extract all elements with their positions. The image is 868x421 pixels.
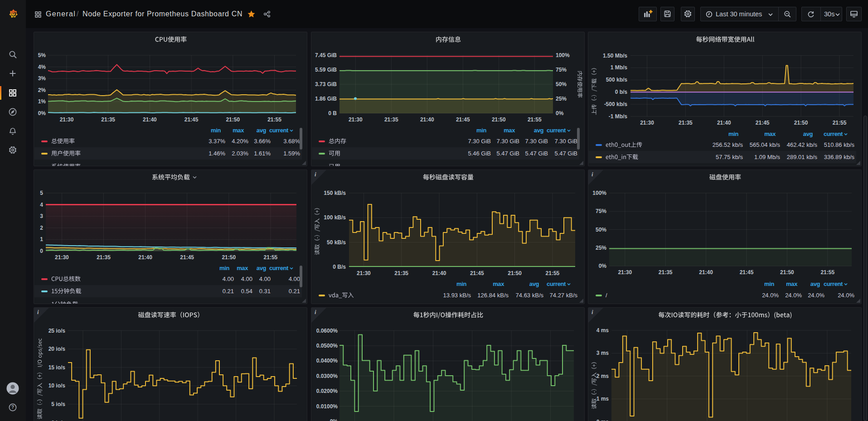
svg-text:100%: 100% xyxy=(556,52,570,58)
svg-text:2: 2 xyxy=(40,225,43,231)
svg-text:3.73 GiB: 3.73 GiB xyxy=(315,81,337,87)
svg-text:21:30: 21:30 xyxy=(357,270,371,276)
svg-text:2%: 2% xyxy=(38,87,46,93)
svg-text:21:55: 21:55 xyxy=(264,254,278,261)
svg-text:?: ? xyxy=(11,404,14,410)
svg-text:-500 kb/s: -500 kb/s xyxy=(604,101,628,107)
svg-text:0 B/s: 0 B/s xyxy=(333,264,346,270)
svg-text:4 ms: 4 ms xyxy=(596,327,609,334)
svg-text:3: 3 xyxy=(40,213,43,219)
svg-text:5: 5 xyxy=(40,190,43,196)
svg-text:21:50: 21:50 xyxy=(222,254,236,261)
svg-text:21:55: 21:55 xyxy=(267,116,281,123)
svg-text:21:50: 21:50 xyxy=(794,120,808,126)
svg-text:21:40: 21:40 xyxy=(420,116,434,123)
svg-text:0 b/s: 0 b/s xyxy=(615,89,628,95)
svg-text:5.59 GiB: 5.59 GiB xyxy=(315,67,337,73)
svg-text:0.0500%: 0.0500% xyxy=(316,343,338,349)
svg-text:25%: 25% xyxy=(596,245,606,251)
svg-text:0.0200%: 0.0200% xyxy=(316,388,338,394)
svg-text:100 kB/s: 100 kB/s xyxy=(324,214,346,221)
svg-text:0%: 0% xyxy=(599,263,607,269)
svg-text:21:35: 21:35 xyxy=(659,269,673,276)
svg-text:75%: 75% xyxy=(556,67,567,73)
svg-text:21:30: 21:30 xyxy=(640,120,654,126)
svg-text:15 io/s: 15 io/s xyxy=(48,364,66,371)
svg-text:21:30: 21:30 xyxy=(55,254,69,261)
svg-text:10 io/s: 10 io/s xyxy=(48,382,66,389)
svg-text:21:45: 21:45 xyxy=(456,116,470,123)
svg-text:21:40: 21:40 xyxy=(138,254,152,261)
svg-text:50%: 50% xyxy=(556,81,567,87)
svg-text:2 ms: 2 ms xyxy=(596,373,609,379)
svg-text:21:40: 21:40 xyxy=(717,120,731,126)
svg-text:25 io/s: 25 io/s xyxy=(48,328,66,334)
svg-text:21:45: 21:45 xyxy=(180,254,194,261)
svg-text:21:50: 21:50 xyxy=(508,270,522,276)
svg-text:21:55: 21:55 xyxy=(546,270,560,276)
svg-text:1%: 1% xyxy=(38,98,46,105)
svg-text:21:30: 21:30 xyxy=(349,116,363,123)
svg-text:3 ms: 3 ms xyxy=(596,350,609,356)
svg-text:21:50: 21:50 xyxy=(780,269,794,276)
svg-text:21:50: 21:50 xyxy=(226,116,240,123)
svg-text:21:45: 21:45 xyxy=(756,120,770,126)
svg-text:-1 Mb/s: -1 Mb/s xyxy=(609,113,628,120)
svg-text:0 B: 0 B xyxy=(328,110,337,116)
svg-text:100%: 100% xyxy=(592,190,606,196)
svg-text:21:35: 21:35 xyxy=(97,254,111,261)
svg-text:75%: 75% xyxy=(596,208,606,214)
svg-text:21:35: 21:35 xyxy=(101,116,115,123)
svg-text:21:40: 21:40 xyxy=(699,269,713,276)
svg-text:21:45: 21:45 xyxy=(184,116,199,123)
svg-text:0.0300%: 0.0300% xyxy=(316,373,338,379)
svg-text:0: 0 xyxy=(40,248,43,254)
svg-text:0%: 0% xyxy=(556,110,564,116)
svg-text:0.0600%: 0.0600% xyxy=(316,328,338,334)
svg-text:5%: 5% xyxy=(38,52,46,58)
svg-text:0 ms: 0 ms xyxy=(596,419,609,421)
svg-text:0%: 0% xyxy=(38,110,46,116)
svg-text:0.0100%: 0.0100% xyxy=(316,403,338,410)
svg-text:3%: 3% xyxy=(38,75,46,82)
svg-text:50 kB/s: 50 kB/s xyxy=(327,239,346,246)
svg-text:1: 1 xyxy=(40,236,43,242)
svg-text:1 ms: 1 ms xyxy=(596,396,609,402)
svg-text:0 io/s: 0 io/s xyxy=(51,420,65,421)
svg-text:21:30: 21:30 xyxy=(60,116,74,123)
svg-text:5 io/s: 5 io/s xyxy=(51,401,65,407)
svg-text:7.45 GiB: 7.45 GiB xyxy=(315,52,337,58)
svg-text:21:35: 21:35 xyxy=(394,270,408,276)
svg-text:4: 4 xyxy=(40,202,43,208)
svg-text:21:45: 21:45 xyxy=(470,270,484,276)
svg-text:21:45: 21:45 xyxy=(740,269,754,276)
svg-text:21:40: 21:40 xyxy=(432,270,446,276)
svg-text:/: / xyxy=(606,292,607,299)
svg-text:21:30: 21:30 xyxy=(618,269,632,276)
svg-text:500 kb/s: 500 kb/s xyxy=(606,77,628,83)
svg-text:1 Mb/s: 1 Mb/s xyxy=(611,64,628,71)
svg-text:1.50 Mb/s: 1.50 Mb/s xyxy=(603,53,627,59)
svg-text:21:35: 21:35 xyxy=(679,120,693,126)
svg-text:25%: 25% xyxy=(556,96,567,102)
svg-text:21:50: 21:50 xyxy=(492,116,506,123)
svg-text:21:35: 21:35 xyxy=(384,116,398,123)
svg-text:21:55: 21:55 xyxy=(820,269,834,276)
svg-text:20 io/s: 20 io/s xyxy=(48,346,66,352)
svg-text:1.86 GiB: 1.86 GiB xyxy=(315,96,337,102)
svg-text:50%: 50% xyxy=(596,227,606,233)
svg-text:150 kB/s: 150 kB/s xyxy=(324,190,346,196)
svg-text:0.0400%: 0.0400% xyxy=(316,358,338,364)
svg-text:0%: 0% xyxy=(330,418,338,421)
svg-text:21:40: 21:40 xyxy=(143,116,157,123)
svg-text:4%: 4% xyxy=(38,64,46,70)
svg-text:21:55: 21:55 xyxy=(528,116,542,123)
svg-text:21:55: 21:55 xyxy=(833,120,847,126)
